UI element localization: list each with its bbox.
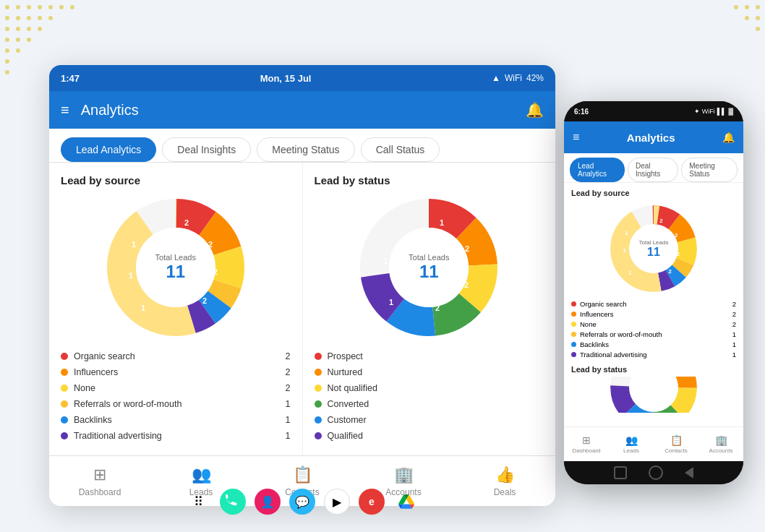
svg-point-5 xyxy=(59,5,64,9)
tab-lead-analytics[interactable]: Lead Analytics xyxy=(61,137,156,162)
bell-icon[interactable]: 🔔 xyxy=(526,101,544,119)
apps-icon[interactable]: ⠿ xyxy=(185,489,211,515)
phone-bluetooth-icon: ✦ xyxy=(694,108,700,115)
phone-back-btn[interactable] xyxy=(685,467,693,479)
phone-source-legend: Organic search 2 Influencers 2 None xyxy=(571,299,736,359)
phone-total-label: Total Leads xyxy=(639,239,669,246)
phone-legend-item: Traditional advertising 1 xyxy=(571,349,736,359)
app-icon-red[interactable]: e xyxy=(359,489,385,515)
legend-dot-organic xyxy=(61,353,68,360)
legend-dot-referrals xyxy=(61,400,68,408)
phone-dot-influencers xyxy=(571,312,576,317)
phone-screen: ≡ Analytics 🔔 Lead Analytics Deal Insigh… xyxy=(564,121,743,461)
lead-by-status-title: Lead by status xyxy=(315,174,544,186)
tablet-header: ≡ Analytics 🔔 xyxy=(49,91,555,129)
svg-text:2: 2 xyxy=(675,232,678,239)
legend-label-organic: Organic search xyxy=(74,351,135,361)
legend-dot-influencers xyxy=(61,369,68,376)
phone-nav-label-leads: Leads xyxy=(623,447,639,454)
phone-bell-icon[interactable]: 🔔 xyxy=(722,132,735,143)
svg-point-8 xyxy=(16,16,20,20)
phone-label-backlinks: Backlinks xyxy=(580,340,609,348)
phone-label-traditional: Traditional advertising xyxy=(580,351,647,359)
svg-point-11 xyxy=(48,16,53,20)
tab-meeting-status[interactable]: Meeting Status xyxy=(257,137,354,162)
phone-nav-accounts[interactable]: 🏢 Accounts xyxy=(698,427,743,461)
svg-point-26 xyxy=(756,16,760,20)
drive-icon[interactable] xyxy=(393,489,419,515)
svg-point-2 xyxy=(27,5,31,9)
phone-legend-item: Referrals or word-of-mouth 1 xyxy=(571,329,736,339)
legend-label-converted: Converted xyxy=(328,399,369,409)
legend-label-customer: Customer xyxy=(328,415,367,425)
dots-decoration-right xyxy=(707,0,765,58)
legend-item: Customer xyxy=(315,412,544,428)
phone-tab-lead-analytics[interactable]: Lead Analytics xyxy=(570,158,625,182)
phone-nav-contacts[interactable]: 📋 Contacts xyxy=(654,427,698,461)
phone-menu-icon[interactable]: ≡ xyxy=(573,131,579,144)
phone-nav-dashboard[interactable]: ⊞ Dashboard xyxy=(564,427,609,461)
legend-value-backlinks: 1 xyxy=(286,415,291,425)
svg-text:2: 2 xyxy=(677,251,680,257)
legend-label-traditional: Traditional advertising xyxy=(74,431,162,441)
tablet-status-icons: ▲ WiFi 42% xyxy=(492,73,544,83)
phone-tab-deal-insights[interactable]: Deal Insights xyxy=(628,158,678,182)
svg-text:1: 1 xyxy=(623,247,627,254)
legend-item: Traditional advertising 1 xyxy=(61,428,291,444)
play-store-icon[interactable]: ▶ xyxy=(324,489,350,515)
svg-point-22 xyxy=(5,70,9,74)
phone-square-btn[interactable] xyxy=(614,466,627,479)
svg-point-14 xyxy=(27,27,31,31)
phone-leads-icon: 👥 xyxy=(625,434,638,446)
phone-dot-backlinks xyxy=(571,342,576,347)
svg-text:1: 1 xyxy=(628,270,632,276)
tab-deal-insights[interactable]: Deal Insights xyxy=(162,137,251,162)
legend-value-referrals: 1 xyxy=(286,399,291,409)
svg-text:2: 2 xyxy=(184,218,189,227)
phone-status-svg-partial: 1 xyxy=(607,377,701,413)
phone-donut-center: Total Leads 11 xyxy=(639,239,669,259)
phone-content: Lead by source 2 2 2 2 1 xyxy=(564,183,743,426)
signal-icon: ▲ xyxy=(492,73,500,83)
profile-app-icon[interactable]: 👤 xyxy=(255,489,281,515)
svg-text:2: 2 xyxy=(435,304,440,312)
svg-point-12 xyxy=(5,27,9,31)
svg-text:1: 1 xyxy=(129,271,133,280)
total-status-label: Total Leads xyxy=(409,253,449,262)
phone-donut-source: 2 2 2 2 1 1 1 Total Leads 11 xyxy=(571,202,736,296)
lead-by-status-panel: Lead by status xyxy=(303,163,556,455)
phone-tab-meeting-status[interactable]: Meeting Status xyxy=(681,158,738,182)
menu-icon[interactable]: ≡ xyxy=(61,102,69,119)
legend-value-traditional: 1 xyxy=(286,431,291,441)
svg-text:1: 1 xyxy=(440,218,444,227)
svg-point-10 xyxy=(38,16,42,20)
phone-bottom-nav: ⊞ Dashboard 👥 Leads 📋 Contacts 🏢 Account… xyxy=(564,426,743,461)
phone-device: 6:16 ✦ WiFi ▌▌ ▓ ≡ Analytics 🔔 Lead Anal… xyxy=(564,101,743,484)
svg-point-25 xyxy=(734,5,738,9)
legend-label-backlinks: Backlinks xyxy=(74,415,112,425)
phone-nav-leads[interactable]: 👥 Leads xyxy=(609,427,654,461)
phone-app-title: Analytics xyxy=(627,132,675,144)
svg-text:1: 1 xyxy=(625,230,628,236)
donut-chart-status: 1 2 2 2 1 1 Total Leads 11 xyxy=(356,195,501,340)
phone-bottom-bar xyxy=(564,461,743,484)
legend-dot-prospect xyxy=(315,353,322,360)
lead-by-source-title: Lead by source xyxy=(61,174,291,186)
phone-nav-label-dashboard: Dashboard xyxy=(572,447,600,454)
tab-call-status[interactable]: Call Status xyxy=(361,137,440,162)
chat-app-icon[interactable]: 💬 xyxy=(289,489,315,515)
legend-dot-none xyxy=(61,385,68,392)
deals-icon: 👍 xyxy=(495,466,515,484)
phone-app-icon[interactable] xyxy=(220,489,246,515)
phone-dashboard-icon: ⊞ xyxy=(582,434,591,446)
phone-header: ≡ Analytics 🔔 xyxy=(564,121,743,153)
svg-point-21 xyxy=(5,59,9,64)
legend-item: Organic search 2 xyxy=(61,348,291,364)
svg-text:2: 2 xyxy=(465,244,469,253)
svg-point-13 xyxy=(16,27,20,31)
contacts-icon: 📋 xyxy=(293,466,312,484)
donut-chart-source: 2 2 2 2 1 1 1 Total Leads 11 xyxy=(103,195,248,340)
legend-label-referrals: Referrals or word-of-mouth xyxy=(74,399,181,409)
phone-home-btn[interactable] xyxy=(649,466,663,480)
phone-total-value: 11 xyxy=(639,246,669,259)
